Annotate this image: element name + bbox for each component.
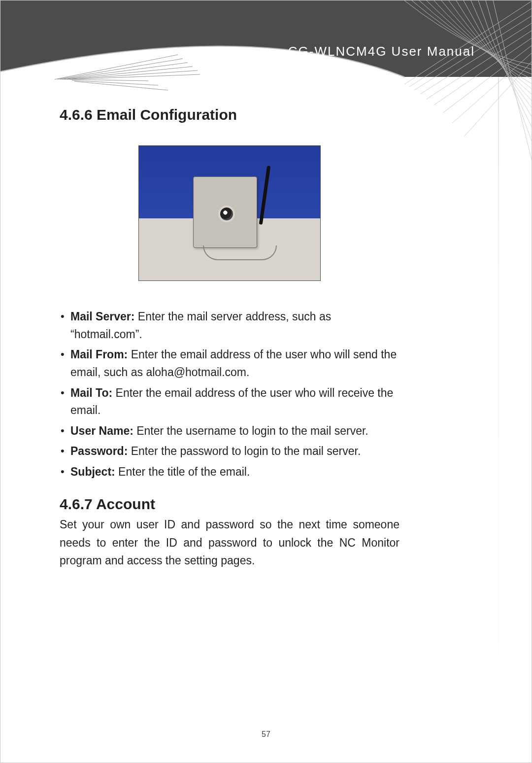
section-heading-email: 4.6.6 Email Configuration [60,106,399,123]
field-description: Enter the password to login to the mail … [128,445,361,457]
list-item: Mail Server: Enter the mail server addre… [60,308,399,343]
field-label: Password: [70,445,128,457]
list-item: Mail From: Enter the email address of th… [60,346,399,381]
svg-line-6 [69,79,148,81]
account-body: Set your own user ID and password so the… [60,516,399,570]
list-item: User Name: Enter the username to login t… [60,422,399,440]
product-photo [138,145,321,281]
field-description: Enter the email address of the user who … [70,386,393,417]
page-number: 57 [0,730,532,739]
svg-line-8 [74,81,168,90]
list-item: Mail To: Enter the email address of the … [60,384,399,419]
field-description: Enter the title of the email. [115,465,250,478]
header-band [0,0,532,77]
list-item: Subject: Enter the title of the email. [60,463,399,481]
page-edge [498,77,499,763]
page-content: 4.6.6 Email Configuration Mail Server: E… [60,106,399,570]
manual-page: { "header": { "title": "CG-WLNCM4G User … [0,0,532,763]
field-label: User Name: [70,424,133,437]
svg-line-7 [72,80,158,85]
field-label: Mail To: [70,386,112,399]
email-config-list: Mail Server: Enter the mail server addre… [60,308,399,481]
field-label: Subject: [70,465,115,478]
list-item: Password: Enter the password to login to… [60,443,399,460]
section-heading-account: 4.6.7 Account [60,496,399,513]
field-label: Mail Server: [70,310,134,323]
field-label: Mail From: [70,348,128,361]
field-description: Enter the username to login to the mail … [133,424,368,437]
doc-title: CG-WLNCM4G User Manual [288,44,475,59]
